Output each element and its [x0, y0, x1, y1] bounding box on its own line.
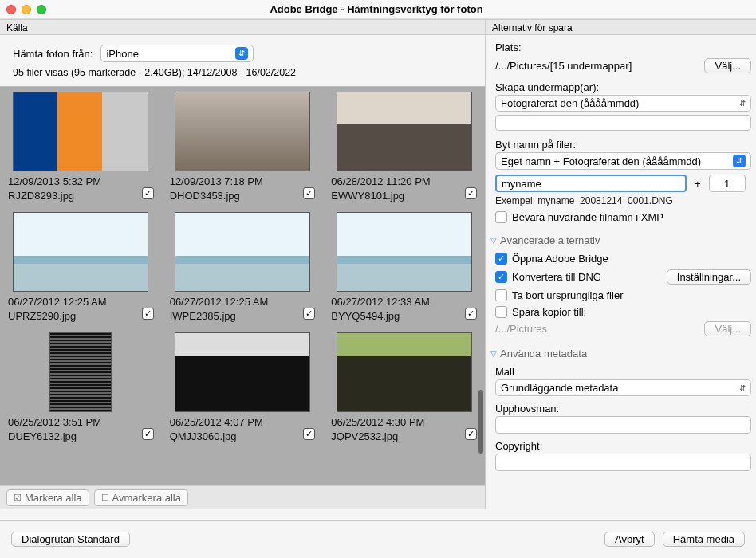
- thumb-checkbox[interactable]: [303, 308, 315, 320]
- thumb-checkbox[interactable]: [142, 308, 154, 320]
- source-section-header: Källa: [0, 19, 485, 35]
- rename-label: Byt namn på filer:: [495, 139, 751, 151]
- status-text: 95 filer visas (95 markerade - 2.40GB); …: [0, 67, 485, 86]
- thumb-date: 12/09/2013 5:32 PM: [8, 175, 101, 189]
- thumb-filename: RJZD8293.jpg: [8, 189, 101, 203]
- location-label: Plats:: [495, 41, 751, 53]
- source-select-value: iPhone: [106, 48, 138, 60]
- chevron-updown-icon: ⇵: [739, 99, 746, 108]
- uncheck-all-icon: ☐: [101, 493, 109, 503]
- thumbnail-item[interactable]: 12/09/2013 7:18 PMDHOD3453.jpg: [162, 87, 324, 207]
- thumbnail-grid[interactable]: 12/09/2013 5:32 PMRJZD8293.jpg12/09/2013…: [0, 86, 485, 485]
- metadata-disclosure[interactable]: ▽ Använda metadata: [490, 348, 751, 360]
- deselect-all-button[interactable]: ☐ Avmarkera alla: [94, 489, 188, 506]
- thumb-checkbox[interactable]: [465, 308, 477, 320]
- thumbnail-item[interactable]: 06/25/2012 4:07 PMQMJJ3060.jpg: [162, 328, 324, 448]
- thumbnail-item[interactable]: 06/25/2012 3:51 PMDUEY6132.jpg: [0, 328, 162, 448]
- chevron-updown-icon: ⇵: [739, 383, 746, 392]
- thumb-filename: EWWY8101.jpg: [331, 189, 430, 203]
- open-bridge-label: Öppna Adobe Bridge: [512, 253, 608, 265]
- thumbnail-item[interactable]: 06/27/2012 12:33 AMBYYQ5494.jpg: [323, 207, 485, 328]
- convert-dng-checkbox[interactable]: [495, 271, 507, 283]
- thumb-checkbox[interactable]: [142, 428, 154, 440]
- delete-originals-checkbox[interactable]: [495, 289, 507, 301]
- thumb-checkbox[interactable]: [465, 187, 477, 199]
- triangle-down-icon: ▽: [490, 349, 497, 358]
- save-copies-label: Spara kopior till:: [512, 306, 586, 318]
- delete-originals-label: Ta bort ursprungliga filer: [512, 289, 623, 301]
- copyright-input[interactable]: [495, 454, 751, 471]
- thumbnail-image[interactable]: [13, 212, 148, 292]
- metadata-template-select[interactable]: Grundläggande metadata ⇵: [495, 379, 751, 396]
- thumbnail-image[interactable]: [175, 212, 310, 292]
- creator-input[interactable]: [495, 416, 751, 434]
- thumb-filename: DUEY6132.jpg: [8, 430, 101, 444]
- copyright-label: Copyright:: [495, 440, 751, 452]
- thumbnail-image[interactable]: [49, 332, 112, 412]
- thumbnail-image[interactable]: [175, 332, 310, 412]
- thumbnail-image[interactable]: [337, 92, 472, 171]
- subfolder-select[interactable]: Fotograferat den (ååååmmdd) ⇵: [495, 95, 751, 112]
- location-path: /.../Pictures/[15 undermappar]: [495, 57, 699, 75]
- select-all-button[interactable]: ☑ Markera alla: [6, 489, 89, 506]
- thumb-checkbox[interactable]: [303, 428, 315, 440]
- minimize-icon[interactable]: [22, 5, 31, 14]
- window-title: Adobe Bridge - Hämtningsverktyg för foto…: [46, 3, 707, 15]
- thumbnail-item[interactable]: 06/27/2012 12:25 AMIWPE2385.jpg: [162, 207, 324, 328]
- thumb-date: 06/27/2012 12:25 AM: [170, 295, 269, 309]
- cancel-button[interactable]: Avbryt: [604, 532, 655, 547]
- save-options-header: Alternativ för spara: [486, 19, 756, 35]
- titlebar: Adobe Bridge - Hämtningsverktyg för foto…: [0, 0, 756, 19]
- save-copies-checkbox[interactable]: [495, 306, 507, 318]
- preserve-xmp-checkbox[interactable]: [495, 211, 507, 223]
- choose-location-button[interactable]: Välj...: [704, 58, 751, 73]
- thumb-checkbox[interactable]: [303, 187, 315, 199]
- triangle-down-icon: ▽: [490, 236, 497, 245]
- thumbnail-item[interactable]: 06/27/2012 12:25 AMUPRZ5290.jpg: [0, 207, 162, 328]
- choose-copies-button: Välj...: [704, 321, 751, 336]
- thumbnail-image[interactable]: [337, 212, 472, 292]
- copies-path: /.../Pictures: [495, 323, 699, 335]
- chevron-updown-icon: ⇵: [235, 47, 248, 60]
- thumbnail-image[interactable]: [337, 332, 472, 412]
- thumbnail-image[interactable]: [175, 92, 310, 171]
- open-bridge-checkbox[interactable]: [495, 253, 507, 265]
- plus-label: +: [691, 178, 704, 190]
- custom-name-input[interactable]: [495, 175, 687, 192]
- thumbnail-item[interactable]: 06/28/2012 11:20 PMEWWY8101.jpg: [323, 87, 485, 207]
- chevron-updown-icon: ⇵: [733, 155, 746, 167]
- sequence-input[interactable]: [709, 175, 746, 192]
- get-media-button[interactable]: Hämta media: [663, 532, 745, 547]
- thumb-date: 06/25/2012 4:07 PM: [170, 415, 263, 430]
- thumb-checkbox[interactable]: [465, 428, 477, 440]
- dialog-standard-button[interactable]: Dialogrutan Standard: [11, 532, 130, 547]
- thumb-filename: JQPV2532.jpg: [331, 430, 424, 444]
- subfolder-label: Skapa undermapp(ar):: [495, 81, 751, 93]
- source-select[interactable]: iPhone ⇵: [100, 45, 254, 62]
- convert-dng-label: Konvertera till DNG: [512, 271, 662, 283]
- preserve-xmp-label: Bevara nuvarande filnamn i XMP: [512, 211, 663, 223]
- thumbnail-image[interactable]: [13, 92, 148, 171]
- thumbnail-item[interactable]: 06/25/2012 4:30 PMJQPV2532.jpg: [323, 328, 485, 448]
- zoom-icon[interactable]: [37, 5, 46, 14]
- thumb-date: 06/25/2012 4:30 PM: [331, 415, 424, 430]
- thumb-filename: BYYQ5494.jpg: [331, 309, 430, 324]
- check-all-icon: ☑: [14, 493, 22, 503]
- thumb-checkbox[interactable]: [142, 187, 154, 199]
- thumb-date: 06/25/2012 3:51 PM: [8, 415, 101, 430]
- thumb-filename: UPRZ5290.jpg: [8, 309, 107, 324]
- thumb-date: 06/28/2012 11:20 PM: [331, 175, 430, 189]
- close-icon[interactable]: [6, 5, 16, 14]
- advanced-disclosure[interactable]: ▽ Avancerade alternativ: [490, 234, 751, 246]
- example-text: Exempel: myname_20081214_0001.DNG: [495, 195, 751, 206]
- subfolder-name-input[interactable]: [495, 115, 751, 131]
- source-label: Hämta foton från:: [13, 48, 93, 60]
- dng-settings-button[interactable]: Inställningar...: [667, 269, 751, 285]
- thumb-date: 06/27/2012 12:25 AM: [8, 295, 107, 309]
- thumb-filename: QMJJ3060.jpg: [170, 430, 263, 444]
- scrollbar[interactable]: [478, 390, 483, 454]
- thumb-date: 06/27/2012 12:33 AM: [331, 295, 430, 309]
- creator-label: Upphovsman:: [495, 403, 751, 415]
- thumbnail-item[interactable]: 12/09/2013 5:32 PMRJZD8293.jpg: [0, 87, 162, 207]
- rename-select[interactable]: Eget namn + Fotograferat den (ååååmmdd) …: [495, 152, 751, 170]
